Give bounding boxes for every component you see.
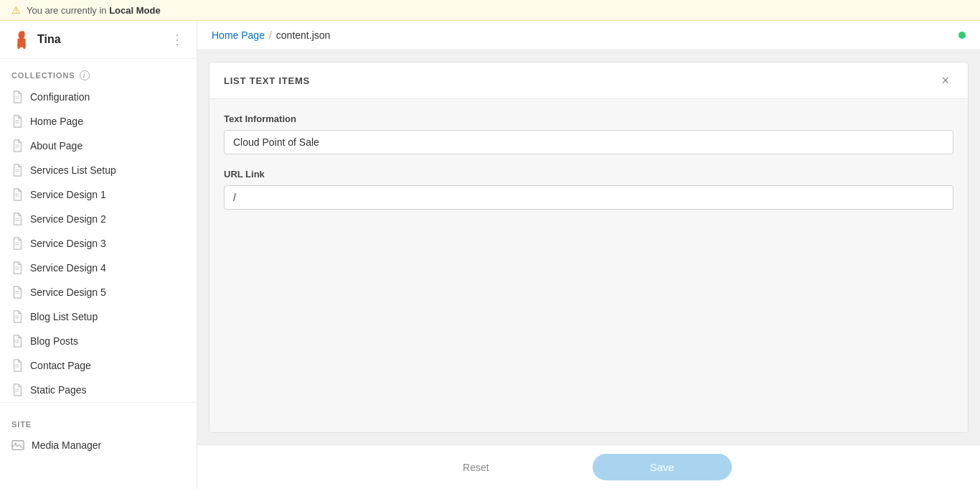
media-manager-label: Media Manager — [32, 439, 101, 451]
doc-icon — [11, 164, 23, 177]
reset-button[interactable]: Reset — [446, 456, 507, 479]
sidebar-item-label: Contact Page — [30, 360, 91, 371]
sidebar-item-label: Home Page — [30, 116, 83, 127]
text-info-input[interactable] — [224, 130, 953, 154]
svg-point-32 — [15, 442, 17, 444]
site-label: SITE — [0, 409, 197, 433]
sidebar-item-service-design-5[interactable]: Service Design 5 — [0, 280, 197, 304]
doc-icon — [11, 90, 23, 103]
doc-icon — [11, 213, 23, 225]
sidebar-item-label: Service Design 3 — [30, 238, 106, 249]
sidebar-item-label: Service Design 4 — [30, 262, 106, 274]
breadcrumb-bar: Home Page / content.json — [197, 21, 980, 50]
image-icon — [11, 439, 24, 452]
doc-icon — [11, 359, 23, 372]
panel-title: LIST TEXT ITEMS — [224, 75, 310, 86]
sidebar-item-service-design-3[interactable]: Service Design 3 — [0, 231, 197, 256]
sidebar-item-contact-page[interactable]: Contact Page — [0, 353, 197, 378]
svg-rect-2 — [17, 45, 19, 49]
sidebar-item-services-list-setup[interactable]: Services List Setup — [0, 158, 197, 182]
sidebar-item-blog-list-setup[interactable]: Blog List Setup — [0, 304, 197, 329]
footer-bar: Reset Save — [197, 444, 980, 489]
sidebar-item-service-design-1[interactable]: Service Design 1 — [0, 182, 197, 207]
close-button[interactable]: × — [937, 73, 953, 88]
doc-icon — [11, 139, 23, 152]
panel-header: LIST TEXT ITEMS × — [209, 62, 968, 99]
sidebar-item-service-design-2[interactable]: Service Design 2 — [0, 207, 197, 231]
doc-icon — [11, 237, 23, 250]
top-bar: ⚠ You are currently in Local Mode — [0, 0, 980, 21]
doc-icon — [11, 115, 23, 128]
warning-icon: ⚠ — [11, 4, 21, 16]
sidebar-item-configuration[interactable]: Configuration — [0, 85, 197, 109]
svg-point-4 — [22, 31, 24, 36]
sidebar-item-about-page[interactable]: About Page — [0, 134, 197, 158]
breadcrumb-separator: / — [269, 29, 272, 41]
sidebar-item-service-design-4[interactable]: Service Design 4 — [0, 256, 197, 280]
sidebar-item-label: Blog List Setup — [30, 311, 98, 322]
top-bar-message: You are currently in Local Mode — [27, 5, 161, 16]
sidebar-item-media-manager[interactable]: Media Manager — [0, 433, 197, 457]
doc-icon — [11, 261, 23, 274]
doc-icon — [11, 310, 23, 323]
sidebar: Tina ⋮ COLLECTIONS i Configuration Home … — [0, 21, 197, 489]
status-dot — [958, 32, 966, 39]
sidebar-header: Tina ⋮ — [0, 21, 197, 59]
sidebar-item-label: Service Design 5 — [30, 287, 106, 298]
doc-icon — [11, 286, 23, 299]
text-info-group: Text Information — [224, 113, 953, 154]
breadcrumb: Home Page / content.json — [212, 29, 330, 41]
svg-rect-3 — [23, 45, 25, 49]
url-link-group: URL Link — [224, 169, 953, 210]
collections-label: COLLECTIONS i — [0, 59, 197, 85]
sidebar-item-blog-posts[interactable]: Blog Posts — [0, 329, 197, 353]
brand: Tina — [11, 29, 61, 50]
doc-icon — [11, 383, 23, 396]
sidebar-item-label: Configuration — [30, 91, 90, 103]
doc-icon — [11, 335, 23, 348]
main-content: Home Page / content.json LIST TEXT ITEMS… — [197, 21, 980, 489]
sidebar-item-label: About Page — [30, 140, 83, 152]
url-link-input[interactable] — [224, 185, 953, 210]
sidebar-item-label: Service Design 1 — [30, 189, 106, 200]
breadcrumb-link[interactable]: Home Page — [212, 29, 265, 41]
sidebar-item-home-page[interactable]: Home Page — [0, 109, 197, 134]
collections-list: Configuration Home Page About Page Servi… — [0, 85, 197, 402]
breadcrumb-current: content.json — [276, 29, 331, 41]
panel: LIST TEXT ITEMS × Text Information URL L… — [209, 62, 969, 433]
svg-rect-31 — [12, 441, 24, 450]
save-button[interactable]: Save — [593, 454, 732, 480]
local-mode-label: Local Mode — [109, 5, 161, 16]
panel-body: Text Information URL Link — [209, 99, 968, 432]
brand-logo — [11, 29, 32, 50]
sidebar-item-label: Services List Setup — [30, 164, 116, 176]
collections-info-icon[interactable]: i — [80, 70, 90, 80]
url-link-label: URL Link — [224, 169, 953, 180]
doc-icon — [11, 188, 23, 201]
text-info-label: Text Information — [224, 113, 953, 124]
sidebar-item-label: Service Design 2 — [30, 213, 106, 225]
sidebar-item-label: Blog Posts — [30, 335, 78, 347]
sidebar-item-label: Static Pages — [30, 384, 87, 396]
site-section: SITE Media Manager — [0, 402, 197, 457]
brand-name: Tina — [37, 33, 61, 46]
sidebar-item-static-pages[interactable]: Static Pages — [0, 378, 197, 402]
sidebar-menu-icon[interactable]: ⋮ — [171, 32, 185, 47]
